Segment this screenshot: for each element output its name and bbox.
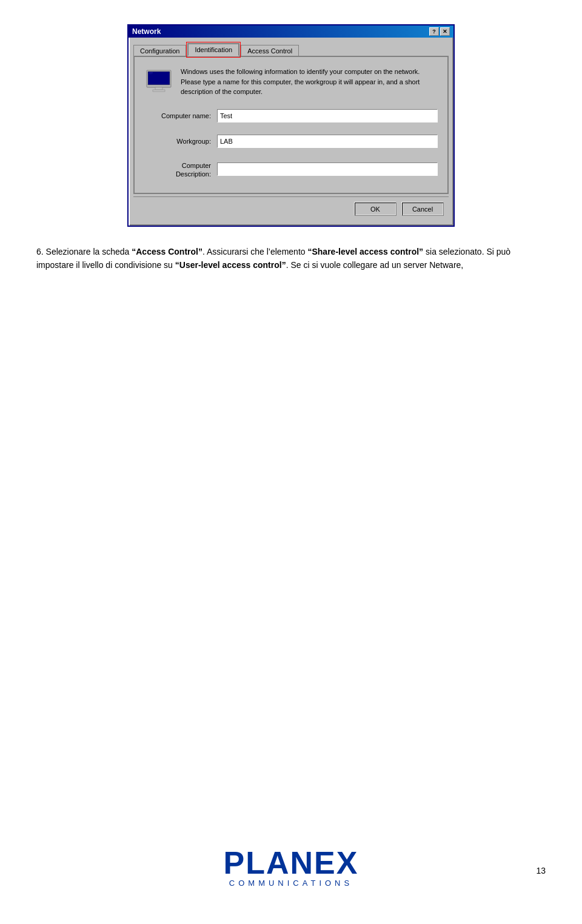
computer-icon (144, 67, 173, 96)
bold-user-level: “User-level access control” (175, 260, 286, 270)
tab-bar: Configuration Identification Access Cont… (133, 42, 449, 56)
workgroup-label: Workgroup: (144, 138, 217, 145)
tab-identification[interactable]: Identification (187, 43, 239, 56)
tab-configuration[interactable]: Configuration (133, 45, 186, 56)
text-4: . Se ci si vuole collegare ad un server … (286, 260, 464, 270)
computer-description-label: ComputerDescription: (144, 160, 217, 179)
cancel-button[interactable]: Cancel (401, 202, 444, 216)
svg-rect-5 (155, 87, 162, 90)
computer-description-input[interactable] (217, 162, 438, 176)
computer-name-input[interactable] (217, 109, 438, 122)
planex-name: PLANEX (224, 847, 359, 879)
workgroup-row: Workgroup: (144, 135, 438, 148)
logo-container: PLANEX COMMUNICATIONS (224, 847, 359, 888)
id-description-text: Windows uses the following information t… (181, 67, 438, 97)
bold-access-control: “Access Control” (132, 247, 202, 256)
computer-description-row: ComputerDescription: (144, 160, 438, 179)
network-dialog: Network ? ✕ Configuration Identification… (127, 24, 455, 227)
planex-subtitle: COMMUNICATIONS (229, 879, 353, 888)
ok-button[interactable]: OK (354, 202, 396, 216)
tab-content: Windows uses the following information t… (133, 56, 449, 194)
dialog-title: Network (132, 27, 161, 36)
titlebar-buttons: ? ✕ (429, 27, 450, 36)
id-header: Windows uses the following information t… (144, 67, 438, 97)
svg-rect-6 (153, 90, 165, 92)
close-button[interactable]: ✕ (440, 27, 450, 36)
step-number: 6. (36, 247, 44, 256)
workgroup-input[interactable] (217, 135, 438, 148)
help-button[interactable]: ? (429, 27, 439, 36)
planex-logo: PLANEX COMMUNICATIONS (224, 847, 359, 888)
computer-name-row: Computer name: (144, 109, 438, 122)
text-2: . Assicurarsi che l’elemento (202, 247, 308, 256)
text-1: Selezionare la scheda (44, 247, 132, 256)
dialog-titlebar: Network ? ✕ (129, 25, 453, 38)
dialog-buttons: OK Cancel (133, 196, 449, 221)
page-number: 13 (536, 866, 546, 875)
tab-access-control[interactable]: Access Control (241, 45, 299, 56)
body-paragraph: 6. Selezionare la scheda “Access Control… (36, 245, 546, 272)
bold-share-level: “Share-level access control” (307, 247, 423, 256)
identification-content: Windows uses the following information t… (144, 67, 438, 183)
svg-rect-1 (148, 72, 170, 85)
computer-name-label: Computer name: (144, 112, 217, 119)
dialog-body: Configuration Identification Access Cont… (129, 38, 453, 226)
